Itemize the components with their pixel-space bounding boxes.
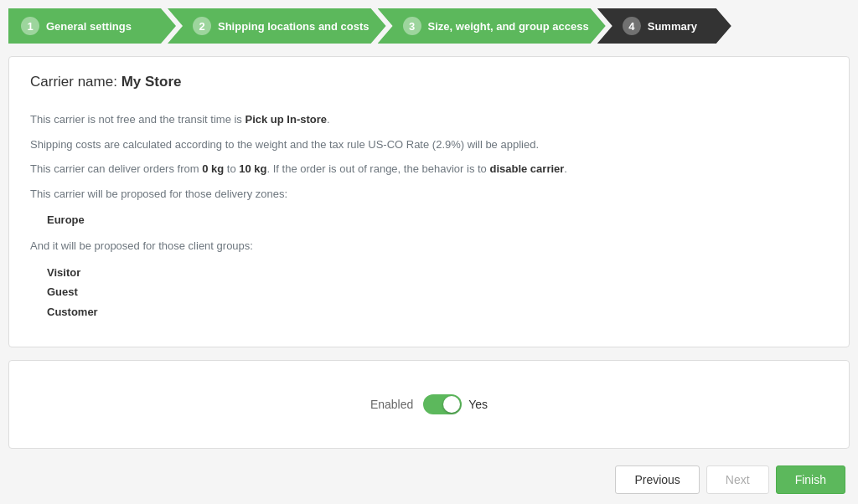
summary-line1: This carrier is not free and the transit… [30, 111, 828, 128]
carrier-name: My Store [121, 74, 182, 90]
groups-list: Visitor Guest Customer [30, 263, 828, 321]
enabled-label: Enabled [370, 398, 413, 411]
step-2[interactable]: 2 Shipping locations and costs [168, 8, 386, 44]
toggle-yes-label: Yes [468, 398, 488, 411]
summary-groups-label: And it will be proposed for those client… [30, 238, 828, 255]
finish-button[interactable]: Finish [776, 465, 845, 494]
summary-transit: Pick up In-store [245, 113, 327, 126]
enabled-row: Enabled Yes [30, 378, 828, 431]
weight-min: 0 kg [202, 162, 224, 175]
step-4-number: 4 [623, 17, 641, 35]
carrier-name-card: Carrier name: My Store This carrier is n… [8, 56, 850, 347]
step-3-number: 3 [403, 17, 421, 35]
summary-line3: This carrier can deliver orders from 0 k… [30, 161, 828, 177]
previous-button[interactable]: Previous [615, 465, 699, 494]
enabled-card: Enabled Yes [8, 360, 850, 449]
step-4-label: Summary [648, 20, 697, 33]
summary-section: This carrier is not free and the transit… [30, 103, 828, 330]
toggle-track [423, 394, 462, 414]
summary-zones-label: This carrier will be proposed for those … [30, 186, 828, 203]
bottom-bar: Previous Next Finish [8, 465, 850, 494]
carrier-title: Carrier name: My Store [30, 74, 828, 90]
step-3[interactable]: 3 Size, weight, and group access [378, 8, 606, 44]
toggle-wrapper[interactable]: Yes [423, 394, 488, 414]
summary-line1-text: This carrier is not free and the transit… [30, 113, 245, 126]
toggle-thumb [443, 396, 460, 413]
step-1-number: 1 [21, 17, 39, 35]
group-visitor: Visitor [30, 263, 828, 282]
wizard-steps: 1 General settings 2 Shipping locations … [8, 8, 850, 44]
next-button: Next [706, 465, 769, 494]
step-1-label: General settings [46, 20, 132, 33]
group-guest: Guest [30, 282, 828, 301]
summary-line2: Shipping costs are calculated according … [30, 136, 828, 153]
step-4[interactable]: 4 Summary [597, 8, 731, 44]
step-1[interactable]: 1 General settings [8, 8, 176, 44]
zones-list: Europe [30, 210, 828, 229]
group-customer: Customer [30, 302, 828, 321]
carrier-title-prefix: Carrier name: [30, 74, 117, 90]
out-of-range-behavior: disable carrier [489, 162, 564, 175]
step-2-label: Shipping locations and costs [218, 20, 370, 33]
weight-max: 10 kg [239, 162, 266, 175]
step-2-number: 2 [193, 17, 211, 35]
step-3-label: Size, weight, and group access [428, 20, 589, 33]
enabled-toggle[interactable] [423, 394, 462, 414]
zone-europe: Europe [30, 210, 828, 229]
